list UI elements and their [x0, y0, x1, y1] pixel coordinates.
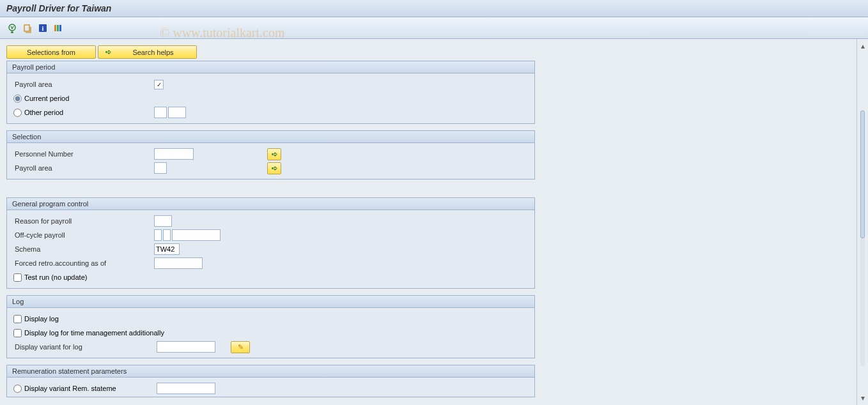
off-cycle-id-input[interactable] [163, 229, 171, 241]
app-toolbar: i [0, 17, 868, 39]
group-remuneration: Remuneration statement parameters Displa… [6, 365, 535, 397]
payroll-area-label: Payroll area [13, 80, 154, 88]
display-variant-rem-input[interactable] [157, 383, 215, 394]
selections-from-label: Selections from [27, 49, 75, 56]
arrow-right-icon: ➪ [104, 48, 112, 56]
sel-payroll-area-label: Payroll area [13, 164, 154, 172]
group-header-payroll-period: Payroll period [7, 61, 534, 73]
display-log-time-checkbox[interactable] [13, 329, 22, 337]
display-log-time-label: Display log for time management addition… [24, 329, 164, 337]
current-period-label: Current period [24, 95, 69, 102]
execute-icon[interactable] [6, 22, 18, 34]
group-header-log: Log [7, 296, 534, 308]
group-selection: Selection Personnel Number ➪ Payroll are… [6, 130, 535, 180]
selections-from-button[interactable]: Selections from [6, 45, 96, 59]
test-run-checkbox[interactable] [13, 273, 22, 282]
group-header-selection: Selection [7, 131, 534, 143]
off-cycle-type-input[interactable] [154, 229, 162, 241]
reason-label: Reason for payroll [13, 217, 154, 225]
scroll-up-icon[interactable]: ▴ [861, 39, 865, 53]
reason-input[interactable] [154, 215, 172, 227]
display-variant-rem-radio[interactable] [13, 385, 22, 393]
svg-rect-4 [54, 25, 56, 31]
other-period-label: Other period [24, 109, 63, 116]
display-log-label: Display log [24, 315, 59, 323]
svg-text:i: i [42, 25, 44, 32]
personnel-number-multiple-button[interactable]: ➪ [267, 148, 281, 160]
group-header-remuneration: Remuneration statement parameters [7, 365, 534, 378]
display-variant-input[interactable] [157, 341, 215, 353]
svg-rect-5 [57, 25, 59, 31]
svg-point-0 [9, 24, 15, 31]
group-general: General program control Reason for payro… [6, 197, 535, 289]
info-icon[interactable]: i [37, 22, 49, 34]
page-title: Payroll Driver for Taiwan [6, 3, 111, 13]
pencil-icon: ✎ [238, 343, 244, 351]
scroll-down-icon[interactable]: ▾ [861, 391, 865, 405]
display-log-wrap[interactable]: Display log [13, 315, 59, 323]
display-variant-rem-wrap[interactable]: Display variant Rem. stateme [13, 385, 157, 393]
forced-retro-label: Forced retro.accounting as of [13, 259, 154, 267]
forced-retro-input[interactable] [154, 257, 203, 269]
group-header-general: General program control [7, 198, 534, 210]
payroll-area-required-checkbox[interactable]: ✓ [154, 80, 164, 89]
other-period-input-1[interactable] [154, 107, 167, 118]
svg-rect-1 [24, 25, 29, 31]
test-run-wrap[interactable]: Test run (no update) [13, 273, 87, 282]
scroll-thumb[interactable] [860, 111, 865, 238]
schema-input[interactable] [154, 243, 180, 255]
off-cycle-label: Off-cycle payroll [13, 231, 154, 239]
arrow-right-icon: ➪ [272, 150, 277, 158]
svg-rect-6 [59, 25, 61, 31]
page-title-bar: Payroll Driver for Taiwan [0, 0, 868, 17]
search-helps-button[interactable]: ➪ Search helps [98, 45, 197, 59]
vertical-scrollbar[interactable]: ▴ ▾ [856, 39, 868, 405]
content-wrapper: Selections from ➪ Search helps Payroll p… [0, 39, 868, 405]
other-period-radio-wrap[interactable]: Other period [13, 109, 154, 117]
sel-payroll-area-multiple-button[interactable]: ➪ [267, 162, 281, 174]
current-period-radio[interactable] [13, 95, 22, 103]
personnel-number-label: Personnel Number [13, 150, 154, 158]
sel-payroll-area-input[interactable] [154, 162, 167, 174]
search-helps-label: Search helps [115, 49, 191, 56]
personnel-number-input[interactable] [154, 148, 194, 160]
display-variant-rem-label: Display variant Rem. stateme [24, 385, 116, 392]
other-period-radio[interactable] [13, 109, 22, 117]
group-log: Log Display log Display log for time man… [6, 295, 535, 358]
edit-variant-button[interactable]: ✎ [231, 341, 250, 353]
top-button-row: Selections from ➪ Search helps [6, 45, 856, 59]
main-area: Selections from ➪ Search helps Payroll p… [0, 39, 856, 405]
other-period-input-2[interactable] [168, 107, 186, 118]
group-payroll-period: Payroll period Payroll area ✓ Current pe… [6, 61, 535, 124]
display-variant-label: Display variant for log [13, 343, 157, 351]
test-run-label: Test run (no update) [24, 273, 87, 281]
display-log-time-wrap[interactable]: Display log for time management addition… [13, 329, 164, 337]
colors-icon[interactable] [52, 22, 64, 34]
schema-label: Schema [13, 245, 154, 253]
get-variant-icon[interactable] [22, 22, 33, 34]
off-cycle-date-input[interactable] [172, 229, 221, 241]
scroll-track[interactable] [860, 111, 865, 366]
arrow-right-icon: ➪ [272, 164, 277, 172]
display-log-checkbox[interactable] [13, 315, 22, 323]
current-period-radio-wrap[interactable]: Current period [13, 95, 69, 103]
